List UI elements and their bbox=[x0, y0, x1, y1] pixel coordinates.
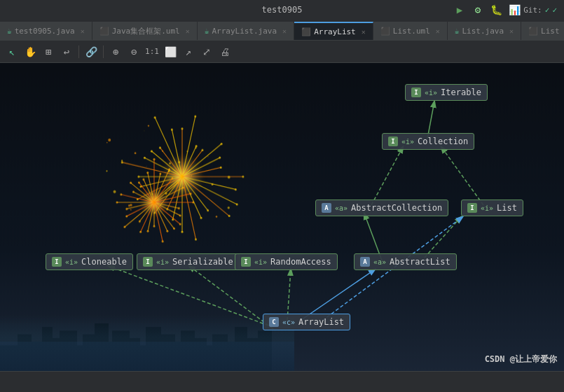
node-label: AbstractCollection bbox=[351, 203, 442, 213]
sep2 bbox=[103, 46, 104, 58]
run-controls[interactable]: ▶ ⚙ 🐛 📊 bbox=[452, 2, 522, 18]
close-icon[interactable]: ✕ bbox=[436, 27, 440, 35]
node-serializable[interactable]: I «i» Serializable bbox=[137, 253, 240, 270]
title-text: test0905 bbox=[262, 5, 303, 15]
run-button[interactable]: ▶ bbox=[452, 2, 467, 18]
tab-label: List bbox=[541, 27, 560, 36]
node-label: AbstractList bbox=[390, 257, 450, 267]
close-icon[interactable]: ✕ bbox=[186, 27, 190, 35]
profile-icon[interactable]: 📊 bbox=[507, 2, 522, 18]
cityscape-decoration bbox=[0, 315, 294, 371]
node-list[interactable]: I «i» List bbox=[461, 200, 523, 216]
tab-test0905[interactable]: ☕ test0905.java ✕ bbox=[0, 22, 92, 40]
close-icon[interactable]: ✕ bbox=[509, 27, 514, 35]
sep1 bbox=[78, 46, 79, 58]
tab-bar: ☕ test0905.java ✕ ⬛ Java集合框架.uml ✕ ☕ Arr… bbox=[0, 20, 564, 41]
node-stereotype: «i» bbox=[425, 89, 437, 97]
git-check2: ✓ bbox=[552, 6, 557, 15]
node-label: List bbox=[497, 203, 517, 213]
close-icon[interactable]: ✕ bbox=[282, 27, 287, 35]
node-collection[interactable]: I «i» Collection bbox=[382, 133, 474, 150]
node-abstract-collection[interactable]: A «a» AbstractCollection bbox=[315, 200, 448, 216]
tab-arraylist-uml[interactable]: ⬛ ArrayList ✕ bbox=[294, 22, 373, 40]
node-label: Collection bbox=[418, 136, 468, 146]
tab-list-java[interactable]: ☕ List.java ✕ bbox=[448, 22, 521, 40]
tab-label: List.uml bbox=[393, 27, 430, 36]
tab-list-uml[interactable]: ⬛ List.uml ✕ bbox=[373, 22, 448, 40]
node-array-list[interactable]: C «c» ArrayList bbox=[263, 314, 350, 330]
close-icon[interactable]: ✕ bbox=[362, 28, 366, 36]
node-icon: I bbox=[467, 203, 477, 213]
close-icon[interactable]: ✕ bbox=[81, 27, 85, 35]
node-iterable[interactable]: I «i» Iterable bbox=[405, 84, 488, 101]
export-icon[interactable]: ↗ bbox=[181, 44, 196, 59]
node-stereotype: «a» bbox=[335, 204, 348, 212]
cursor-icon[interactable]: ↖ bbox=[4, 44, 20, 59]
node-stereotype: «a» bbox=[373, 258, 386, 266]
node-stereotype: «i» bbox=[65, 258, 78, 266]
tab-java-collection[interactable]: ⬛ Java集合框架.uml ✕ bbox=[92, 22, 198, 40]
tab-label: ArrayList.java bbox=[212, 27, 277, 36]
git-label: Git: bbox=[523, 6, 542, 15]
debug-icon[interactable]: 🐛 bbox=[488, 2, 504, 18]
node-icon: C bbox=[269, 317, 279, 327]
node-icon: A bbox=[322, 203, 331, 213]
build-icon[interactable]: ⚙ bbox=[470, 2, 486, 18]
node-label: Cloneable bbox=[81, 257, 127, 267]
toolbar: ↖ ✋ ⊞ ↩ 🔗 ⊕ ⊖ 1:1 ⬜ ↗ ⤢ 🖨 bbox=[0, 41, 564, 63]
node-stereotype: «i» bbox=[401, 138, 414, 146]
title-bar: test0905 ▶ ⚙ 🐛 📊 Git: ✓ ✓ bbox=[0, 0, 564, 20]
node-label: Serializable bbox=[172, 257, 233, 267]
tab-label: test0905.java bbox=[15, 27, 75, 36]
minus-icon[interactable]: ⊖ bbox=[126, 44, 142, 59]
node-label: RandomAccess bbox=[270, 257, 331, 267]
git-check: ✓ bbox=[545, 6, 550, 15]
node-icon: I bbox=[388, 136, 398, 146]
ratio-icon[interactable]: 1:1 bbox=[144, 44, 160, 59]
tab-list[interactable]: ⬛ List ✕ bbox=[521, 22, 564, 40]
frame-icon[interactable]: ⬜ bbox=[163, 44, 178, 59]
tab-label: Java集合框架.uml bbox=[112, 26, 180, 36]
maximize-icon[interactable]: ⤢ bbox=[199, 44, 214, 59]
node-icon: A bbox=[360, 257, 370, 267]
node-stereotype: «i» bbox=[254, 258, 267, 266]
node-stereotype: «c» bbox=[282, 318, 295, 326]
node-icon: I bbox=[411, 88, 421, 97]
node-cloneable[interactable]: I «i» Cloneable bbox=[46, 253, 133, 270]
route-icon[interactable]: ↩ bbox=[59, 44, 74, 59]
tab-label: List.java bbox=[462, 27, 504, 36]
status-bar bbox=[0, 371, 564, 392]
filter-icon[interactable]: ⊞ bbox=[41, 44, 56, 59]
main-canvas[interactable]: I «i» Iterable I «i» Collection I «i» Li… bbox=[0, 63, 564, 371]
watermark: CSDN @让上帝爱你 bbox=[485, 354, 557, 365]
project-name: test0905 bbox=[262, 5, 303, 15]
node-abstract-list[interactable]: A «a» AbstractList bbox=[354, 253, 457, 270]
node-random-access[interactable]: I «i» RandomAccess bbox=[235, 253, 338, 270]
node-icon: I bbox=[143, 257, 153, 267]
tab-label: ArrayList bbox=[314, 27, 356, 36]
add-icon[interactable]: ⊕ bbox=[108, 44, 123, 59]
print-icon[interactable]: 🖨 bbox=[217, 44, 233, 59]
node-icon: I bbox=[52, 257, 62, 267]
link-icon[interactable]: 🔗 bbox=[83, 44, 99, 59]
node-stereotype: «i» bbox=[156, 258, 169, 266]
git-area: Git: ✓ ✓ bbox=[523, 6, 557, 15]
node-label: ArrayList bbox=[298, 317, 344, 327]
hand-icon[interactable]: ✋ bbox=[22, 44, 38, 59]
node-stereotype: «i» bbox=[481, 204, 493, 212]
node-icon: I bbox=[241, 257, 251, 267]
tab-arraylist-java[interactable]: ☕ ArrayList.java ✕ bbox=[198, 22, 294, 40]
node-label: Iterable bbox=[441, 88, 481, 97]
